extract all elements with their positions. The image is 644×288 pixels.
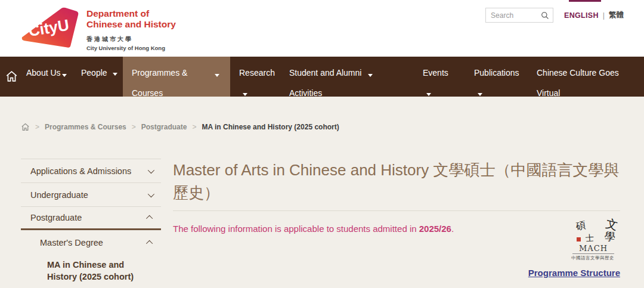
department-title-block: Department of Chinese and History 香港城市大學…	[86, 8, 176, 51]
cityu-logo-icon: CityU	[20, 5, 80, 50]
chevron-down-icon	[426, 93, 431, 96]
active-language-indicator	[569, 0, 601, 2]
page-title: Master of Arts in Chinese and History 文學…	[173, 159, 620, 204]
main-nav: About Us People Programmes & Courses Res…	[0, 57, 644, 97]
nav-item-chinese-culture-goes-virtual[interactable]: Chinese Culture Goes Virtual	[537, 57, 626, 97]
cityu-logo[interactable]: CityU	[20, 5, 80, 52]
programme-structure-link[interactable]: Programme Structure	[528, 268, 620, 278]
chevron-down-icon	[215, 74, 219, 77]
lang-english[interactable]: ENGLISH	[564, 11, 599, 20]
university-name-en: City University of Hong Kong	[86, 45, 176, 51]
sidebar-item-postgraduate[interactable]: Postgraduate	[21, 206, 161, 230]
calligraphy-char: 學	[604, 229, 616, 244]
main-column: Master of Arts in Chinese and History 文學…	[173, 159, 620, 278]
sidebar-item-masters-degree[interactable]: Master's Degree	[21, 230, 161, 255]
search-input[interactable]	[491, 11, 541, 20]
chevron-down-icon	[243, 93, 247, 96]
mach-acronym: MACH	[572, 244, 614, 254]
search-icon[interactable]	[541, 11, 549, 20]
nav-item-events[interactable]: Events	[423, 57, 457, 97]
admission-notice: The following information is applicable …	[173, 221, 519, 234]
sidebar-item-undergraduate[interactable]: Undergraduate	[21, 182, 161, 206]
programme-logo-column: 文 碩 士 學 MACH 中國語言文學與歷史 Programme Structu…	[519, 221, 620, 278]
search-box[interactable]	[485, 8, 553, 23]
mach-programme-logo: 文 碩 士 學 MACH 中國語言文學與歷史	[566, 221, 619, 261]
breadcrumb-separator: >	[35, 123, 39, 131]
section-sidebar: Applications & Admissions Undergraduate …	[21, 159, 161, 287]
department-name[interactable]: Department of Chinese and History	[86, 8, 176, 30]
admission-year: 2025/26	[419, 224, 451, 234]
nav-item-programmes-courses[interactable]: Programmes & Courses	[123, 57, 230, 97]
content-area: > Programmes & Courses > Postgraduate > …	[0, 97, 644, 288]
nav-item-publications[interactable]: Publications	[474, 57, 525, 97]
language-switcher: ENGLISH | 繁體	[564, 10, 624, 20]
breadcrumb-separator: >	[192, 123, 196, 131]
chevron-down-icon	[478, 93, 482, 96]
chevron-down-icon	[368, 74, 373, 77]
calligraphy-char: 士	[585, 233, 594, 244]
calligraphy-char: 碩	[575, 219, 587, 233]
nav-item-research[interactable]: Research	[239, 57, 282, 97]
breadcrumb-home-icon[interactable]	[21, 123, 30, 131]
chevron-down-icon	[148, 166, 154, 173]
breadcrumb-separator: >	[132, 123, 136, 131]
university-name-zh: 香港城市大學	[86, 35, 176, 44]
seal-icon	[577, 237, 581, 241]
chevron-down-icon	[113, 73, 117, 76]
nav-item-about-us[interactable]: About Us	[26, 57, 68, 97]
lang-separator: |	[603, 11, 605, 20]
chevron-up-icon	[146, 215, 153, 222]
chevron-up-icon	[146, 240, 153, 247]
nav-home-button[interactable]	[0, 57, 18, 97]
nav-item-student-alumni-activities[interactable]: Student and Alumni Activities	[289, 57, 402, 97]
sidebar-item-applications-admissions[interactable]: Applications & Admissions	[21, 159, 161, 182]
mach-subtitle: 中國語言文學與歷史	[566, 255, 619, 261]
breadcrumb-current-page: MA in Chinese and History (2025 cohort)	[202, 123, 339, 131]
nav-item-people[interactable]: People	[81, 57, 119, 97]
home-icon	[5, 70, 18, 82]
breadcrumb-link-postgraduate[interactable]: Postgraduate	[141, 123, 187, 131]
title-divider	[173, 210, 620, 211]
site-header: CityU Department of Chinese and History …	[0, 0, 644, 57]
breadcrumb-link-programmes[interactable]: Programmes & Courses	[45, 123, 126, 131]
chevron-down-icon	[62, 74, 67, 77]
lang-traditional-chinese[interactable]: 繁體	[609, 10, 624, 20]
header-utilities: ENGLISH | 繁體	[485, 8, 624, 23]
chevron-down-icon	[148, 190, 154, 197]
sidebar-item-ma-chinese-history-current[interactable]: MA in Chinese and History (2025 cohort)	[21, 255, 161, 287]
